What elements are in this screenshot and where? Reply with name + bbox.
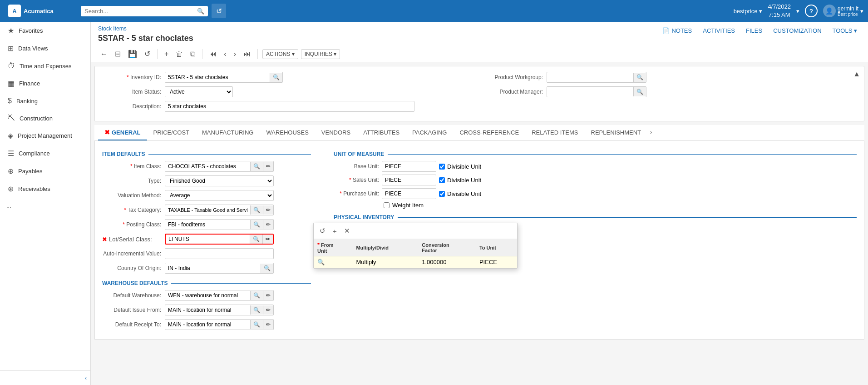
notes-button[interactable]: 📄 NOTES: [659, 25, 695, 36]
type-select[interactable]: Finished Good: [165, 175, 274, 186]
tab-replenishment[interactable]: REPLENISHMENT: [585, 125, 648, 140]
tabs-more-button[interactable]: ›: [647, 125, 655, 140]
back-button[interactable]: ←: [98, 49, 110, 59]
tab-price-cost[interactable]: PRICE/COST: [147, 125, 196, 140]
description-field[interactable]: [165, 101, 414, 112]
default-issue-edit-icon[interactable]: ✏: [263, 305, 273, 315]
user-menu[interactable]: 👤 germin it Best price ▾: [823, 5, 863, 17]
tab-cross-reference[interactable]: CROSS-REFERENCE: [453, 125, 525, 140]
datetime-chevron-icon[interactable]: ▾: [796, 8, 799, 15]
tab-manufacturing[interactable]: MANUFACTURING: [196, 125, 260, 140]
popup-refresh-button[interactable]: ↺: [317, 226, 328, 236]
lot-serial-class-field[interactable]: [166, 235, 250, 244]
posting-class-edit-icon[interactable]: ✏: [263, 220, 273, 229]
tab-packaging[interactable]: PACKAGING: [406, 125, 453, 140]
item-class-input[interactable]: 🔍 ✏: [165, 161, 274, 172]
default-warehouse-input[interactable]: 🔍 ✏: [165, 290, 274, 301]
lot-serial-class-input[interactable]: 🔍 ✏: [165, 234, 274, 245]
grid-view-button[interactable]: ⊟: [113, 49, 123, 59]
posting-class-input[interactable]: 🔍 ✏: [165, 219, 274, 230]
sidebar-item-project-mgmt[interactable]: ◈ Project Management: [0, 127, 90, 145]
prev-button[interactable]: ‹: [222, 49, 228, 59]
workgroup-search-icon[interactable]: 🔍: [633, 73, 646, 82]
lot-serial-class-search-icon[interactable]: 🔍: [250, 235, 262, 244]
tax-category-edit-icon[interactable]: ✏: [263, 205, 273, 215]
default-warehouse-field[interactable]: [165, 291, 250, 300]
product-manager-field[interactable]: [547, 87, 633, 96]
sidebar-collapse-button[interactable]: ‹: [0, 370, 90, 385]
weight-item-checkbox[interactable]: [384, 202, 390, 208]
tab-related-items[interactable]: RELATED ITEMS: [525, 125, 584, 140]
first-button[interactable]: ⏮: [207, 49, 219, 59]
lot-serial-class-edit-icon[interactable]: ✏: [262, 235, 273, 244]
undo-button[interactable]: ↺: [142, 49, 153, 59]
tab-attributes[interactable]: ATTRIBUTES: [357, 125, 406, 140]
sidebar-item-time-expenses[interactable]: ⏱ Time and Expenses: [0, 57, 90, 75]
valuation-method-select[interactable]: Average: [165, 190, 274, 201]
delete-button[interactable]: 🗑: [173, 49, 185, 59]
tax-category-search-icon[interactable]: 🔍: [250, 205, 263, 215]
sales-unit-field[interactable]: [382, 175, 436, 185]
inventory-id-field[interactable]: [165, 73, 270, 82]
app-logo[interactable]: A Acumatica: [5, 3, 77, 19]
search-box[interactable]: 🔍: [81, 6, 208, 16]
product-workgroup-input[interactable]: 🔍: [547, 72, 646, 83]
purchase-unit-input[interactable]: 🔍 ✏: [382, 188, 436, 199]
sidebar-item-banking[interactable]: $ Banking: [0, 92, 90, 110]
sales-unit-divisible-checkbox[interactable]: [439, 177, 445, 183]
save-button[interactable]: 💾: [126, 49, 139, 59]
tools-button[interactable]: TOOLS ▾: [829, 25, 861, 36]
manager-search-icon[interactable]: 🔍: [633, 87, 646, 96]
posting-class-search-icon[interactable]: 🔍: [250, 220, 263, 229]
history-button[interactable]: ↺: [212, 4, 226, 18]
default-receipt-to-input[interactable]: 🔍 ✏: [165, 319, 274, 330]
base-unit-divisible-checkbox[interactable]: [439, 164, 445, 170]
default-issue-from-input[interactable]: 🔍 ✏: [165, 305, 274, 315]
auto-incremental-field[interactable]: [165, 248, 274, 259]
country-of-origin-input[interactable]: 🔍: [165, 263, 274, 274]
default-issue-from-field[interactable]: [165, 305, 250, 315]
tax-category-field[interactable]: [165, 206, 250, 214]
sidebar-more-button[interactable]: ...: [0, 198, 90, 214]
default-receipt-edit-icon[interactable]: ✏: [263, 320, 273, 329]
inquiries-dropdown[interactable]: INQUIRIES ▾: [301, 49, 340, 59]
sidebar-item-receivables[interactable]: ⊕ Receivables: [0, 180, 90, 198]
base-unit-field[interactable]: [382, 162, 436, 171]
customization-button[interactable]: CUSTOMIZATION: [769, 25, 825, 36]
sidebar-item-payables[interactable]: ⊕ Payables: [0, 162, 90, 180]
add-button[interactable]: +: [162, 49, 171, 59]
sales-unit-input[interactable]: 🔍 ✏: [382, 175, 436, 185]
tab-general[interactable]: ✖ GENERAL: [98, 125, 147, 140]
help-button[interactable]: ?: [805, 5, 818, 17]
tab-warehouses[interactable]: WAREHOUSES: [260, 125, 315, 140]
product-workgroup-field[interactable]: [547, 73, 633, 82]
sidebar-item-construction[interactable]: ⛏ Construction: [0, 110, 90, 127]
collapse-button[interactable]: ▲: [853, 70, 860, 78]
files-button[interactable]: FILES: [742, 25, 766, 36]
sidebar-item-favorites[interactable]: ★ Favorites: [0, 22, 90, 40]
popup-close-button[interactable]: ✕: [342, 226, 352, 236]
item-class-edit-icon[interactable]: ✏: [263, 162, 273, 171]
product-manager-input[interactable]: 🔍: [547, 86, 646, 97]
search-input[interactable]: [84, 8, 194, 15]
default-receipt-to-field[interactable]: [165, 320, 250, 329]
item-status-select[interactable]: Active: [165, 86, 233, 97]
country-of-origin-field[interactable]: [165, 264, 261, 273]
item-class-field[interactable]: [165, 162, 250, 171]
last-button[interactable]: ⏭: [241, 49, 253, 59]
inventory-id-input[interactable]: 🔍: [165, 72, 283, 83]
actions-dropdown[interactable]: ACTIONS ▾: [262, 49, 298, 59]
next-button[interactable]: ›: [232, 49, 238, 59]
popup-add-button[interactable]: +: [330, 226, 339, 236]
activities-button[interactable]: ACTIVITIES: [699, 25, 739, 36]
copy-button[interactable]: ⧉: [188, 49, 197, 59]
default-receipt-search-icon[interactable]: 🔍: [250, 320, 263, 329]
country-search-icon[interactable]: 🔍: [261, 264, 273, 273]
posting-class-field[interactable]: [165, 220, 250, 229]
tax-category-input[interactable]: 🔍 ✏: [165, 205, 274, 215]
purchase-unit-field[interactable]: [382, 189, 436, 198]
purchase-unit-divisible-checkbox[interactable]: [439, 191, 445, 197]
breadcrumb[interactable]: Stock Items: [98, 25, 193, 32]
company-selector[interactable]: bestprice ▾: [734, 8, 763, 15]
base-unit-input[interactable]: ✏: [382, 161, 436, 172]
